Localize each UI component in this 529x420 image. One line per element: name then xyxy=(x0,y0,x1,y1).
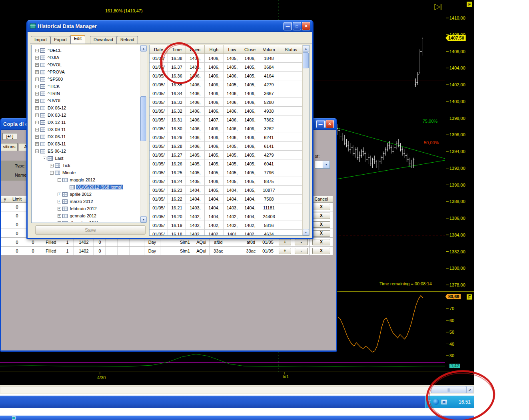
decrease-button[interactable]: - xyxy=(295,248,308,254)
cancel-order-button[interactable]: X xyxy=(312,204,331,210)
table-row[interactable]: 01/05/16.351406,1406,1405,1405,4279 xyxy=(150,80,303,89)
tree-item[interactable]: +^DJIA xyxy=(32,54,140,61)
background-window-titlebar[interactable] xyxy=(0,416,474,420)
taskbar[interactable]: T 16.51 xyxy=(0,396,474,408)
expand-icon[interactable]: + xyxy=(35,63,39,67)
tree-item[interactable]: +DX 06-11 xyxy=(32,133,140,140)
save-button[interactable]: Save xyxy=(35,225,146,235)
tree-item[interactable]: +DX 09-11 xyxy=(32,126,140,133)
system-tray[interactable]: T 16.51 xyxy=(425,396,474,408)
expand-icon[interactable]: + xyxy=(58,207,61,211)
expand-icon[interactable]: + xyxy=(35,106,39,110)
tree-item[interactable]: +DX 06-12 xyxy=(32,104,140,111)
column-header[interactable]: Low xyxy=(224,45,241,54)
table-row[interactable]: 01/05/16.301406,1406,1406,1406,3262 xyxy=(150,124,303,133)
tree-item[interactable]: -Last xyxy=(32,155,140,162)
tree-item[interactable]: +DX 03-12 xyxy=(32,111,140,119)
expand-icon[interactable]: + xyxy=(35,128,39,131)
expand-icon[interactable]: + xyxy=(35,99,39,103)
expand-icon[interactable]: + xyxy=(58,221,61,223)
tab-edit[interactable]: Edit xyxy=(70,35,85,44)
tree-item[interactable]: +^DVOL xyxy=(32,61,140,68)
order-row[interactable]: 00Filled114020DaySim1AQuiaf8daf8d01/05+-… xyxy=(1,238,333,247)
table-row[interactable]: 01/05/16.181402,1402,14011402,4634 xyxy=(150,230,303,236)
expand-icon[interactable]: + xyxy=(35,142,39,146)
table-row[interactable]: 01/05/16.241405,1406,1405,1405,8875 xyxy=(150,177,303,186)
table-row[interactable]: 01/05/16.281406,1406,1405,1406,6141 xyxy=(150,142,303,151)
table-row[interactable]: 01/05/16.321406,1406,1406,1406,4938 xyxy=(150,107,303,115)
scroll-down-button[interactable]: ▼ xyxy=(140,216,147,223)
close-button[interactable]: × xyxy=(325,120,334,128)
column-header[interactable]: Open xyxy=(186,45,205,54)
cancel-order-button[interactable]: X xyxy=(312,230,331,237)
tab-positions[interactable]: sitions xyxy=(1,143,18,151)
collapse-icon[interactable]: - xyxy=(50,171,54,175)
scrollbar-track[interactable] xyxy=(140,52,147,216)
table-scrollbar[interactable]: ▲ ▼ xyxy=(302,45,309,235)
table-row[interactable]: 01/05/16.271405,1405,1405,1405,4279 xyxy=(150,151,303,159)
table-row[interactable]: 01/05/16.191402,1402,1402,1402,5816 xyxy=(150,221,303,230)
tree-item[interactable]: +^PROVA xyxy=(32,68,140,76)
table-row[interactable]: 01/05/16.381406,1406,1405,1406,1848 xyxy=(150,54,303,63)
scrollbar-track[interactable] xyxy=(0,386,466,393)
scrollbar-thumb[interactable] xyxy=(431,386,466,393)
scroll-down-button[interactable]: ▼ xyxy=(303,229,309,235)
column-header[interactable]: Status xyxy=(279,45,303,54)
tree-item[interactable]: +marzo 2012 xyxy=(32,198,140,205)
account-dropdown[interactable]: ▼ xyxy=(315,161,330,169)
column-header[interactable]: Time xyxy=(168,45,186,54)
expand-icon[interactable]: + xyxy=(58,200,61,203)
tree-item[interactable]: -ES 06-12 xyxy=(32,147,140,155)
tree-scrollbar[interactable]: ▲ ▼ xyxy=(140,45,147,223)
tree-item[interactable]: +^TICK xyxy=(32,83,140,90)
hdm-titlebar[interactable]: Historical Data Manager — □ × xyxy=(28,20,312,32)
expand-icon[interactable]: + xyxy=(58,193,61,196)
scroll-up-button[interactable]: ▲ xyxy=(140,45,147,52)
tab-download[interactable]: Download xyxy=(90,36,117,44)
tab-import[interactable]: Import xyxy=(31,36,50,44)
collapse-icon[interactable]: - xyxy=(35,149,39,153)
chevron-down-icon[interactable]: ▼ xyxy=(323,161,329,168)
tree-item[interactable]: +dicembre 2011 xyxy=(32,219,140,222)
maximize-button[interactable]: □ xyxy=(293,22,301,30)
table-row[interactable]: 01/05/16.331406,1406,1406,1406,5280 xyxy=(150,98,303,107)
flag-button[interactable]: F xyxy=(467,294,472,300)
table-row[interactable]: 01/05/16.201402,1404,1402,1404,24403 xyxy=(150,212,303,221)
scroll-right-button[interactable]: > xyxy=(466,386,473,393)
chart-horizontal-scrollbar[interactable]: > xyxy=(0,385,474,394)
table-row[interactable]: 01/05/16.291406,1406,1406,1406,6241 xyxy=(150,133,303,142)
clock[interactable]: 16.51 xyxy=(459,399,471,405)
tree-item[interactable]: +DX 12-11 xyxy=(32,119,140,126)
expand-collapse-all-button[interactable]: [+/-] xyxy=(2,133,17,140)
table-row[interactable]: 01/05/16.211403,1404,1403,1404,11181 xyxy=(150,203,303,212)
table-row[interactable]: 01/05/16.371405,1406,1405,1405,3684 xyxy=(150,63,303,72)
expand-icon[interactable]: + xyxy=(35,56,39,60)
table-row[interactable]: 01/05/16.221404,1404,1404,1404,7508 xyxy=(150,195,303,203)
column-header[interactable]: Volum xyxy=(259,45,279,54)
cancel-order-button[interactable]: X xyxy=(312,213,331,219)
table-row[interactable]: 01/05/16.361406,1406,1406,1405,4164 xyxy=(150,72,303,80)
flag-button[interactable]: F xyxy=(467,2,472,7)
decrease-button[interactable]: - xyxy=(295,239,308,245)
expand-icon[interactable]: + xyxy=(58,214,61,218)
tab-reload[interactable]: Reload xyxy=(117,36,138,44)
tree-item[interactable]: +^DECL xyxy=(32,47,140,54)
expand-icon[interactable]: + xyxy=(35,49,39,52)
language-indicator[interactable]: T xyxy=(428,399,431,405)
tree-item[interactable]: +Tick xyxy=(32,162,140,169)
expand-icon[interactable]: + xyxy=(35,135,39,139)
scrollbar-thumb[interactable] xyxy=(303,52,309,68)
expand-icon[interactable]: + xyxy=(35,121,39,124)
close-button[interactable]: × xyxy=(302,22,310,30)
increase-button[interactable]: + xyxy=(279,248,291,254)
table-row[interactable]: 01/05/16.261405,1405,1405,1405,6041 xyxy=(150,159,303,168)
tree-item[interactable]: +gennaio 2012 xyxy=(32,212,140,219)
table-row[interactable]: 01/05/16.231404,1405,1404,1405,10877 xyxy=(150,186,303,195)
increase-button[interactable]: + xyxy=(279,239,291,245)
expand-icon[interactable]: + xyxy=(50,164,54,167)
tree-item[interactable]: +^TRIN xyxy=(32,90,140,97)
minimize-button[interactable]: — xyxy=(283,22,292,30)
column-header[interactable]: High xyxy=(205,45,224,54)
tree-item[interactable]: +aprile 2012 xyxy=(32,191,140,198)
order-row[interactable]: 00Filled114020DaySim1AQui33ac33ac01/05+-… xyxy=(1,247,333,255)
